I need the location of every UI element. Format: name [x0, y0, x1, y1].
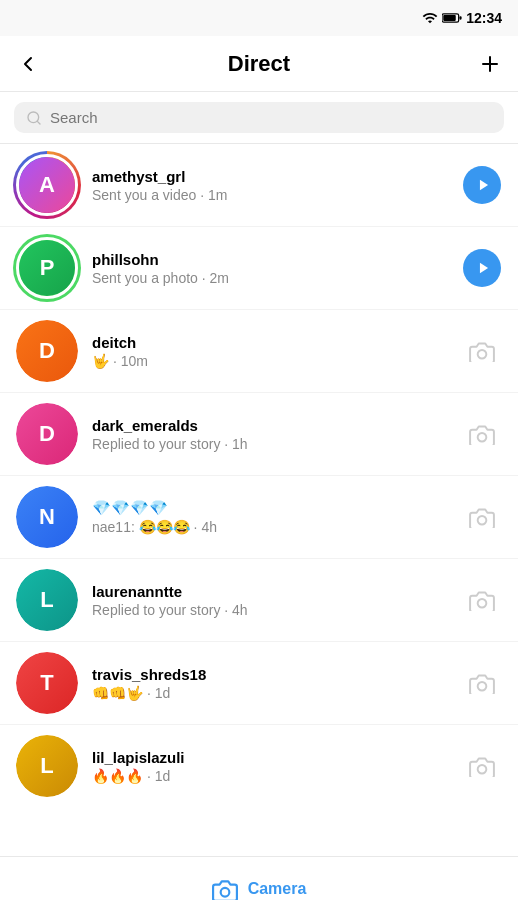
avatar: L [16, 569, 78, 631]
list-item[interactable]: A amethyst_grl Sent you a video · 1m [0, 144, 518, 227]
camera-button[interactable]: Camera [0, 856, 518, 920]
avatar-image: T [16, 652, 78, 714]
camera-action-icon[interactable] [462, 331, 502, 371]
message-content: dark_emeralds Replied to your story · 1h [92, 417, 448, 452]
message-preview: 👊👊🤟 · 1d [92, 685, 448, 701]
camera-action-icon[interactable] [462, 497, 502, 537]
username: laurenanntte [92, 583, 448, 600]
battery-icon [442, 11, 462, 25]
message-preview: Sent you a photo · 2m [92, 270, 448, 286]
camera-label: Camera [248, 880, 307, 898]
username: dark_emeralds [92, 417, 448, 434]
avatar-image: D [16, 320, 78, 382]
message-list: A amethyst_grl Sent you a video · 1m [0, 144, 518, 807]
header: Direct [0, 36, 518, 92]
username: phillsohn [92, 251, 448, 268]
message-preview: nae11: 😂😂😂 · 4h [92, 519, 448, 535]
camera-action-icon[interactable] [462, 580, 502, 620]
message-preview: Replied to your story · 4h [92, 602, 448, 618]
svg-point-10 [478, 433, 487, 442]
message-preview: 🤟 · 10m [92, 353, 448, 369]
message-content: travis_shreds18 👊👊🤟 · 1d [92, 666, 448, 701]
svg-point-12 [478, 599, 487, 608]
list-item[interactable]: D dark_emeralds Replied to your story · … [0, 393, 518, 476]
play-button[interactable] [462, 248, 502, 288]
avatar: P [16, 237, 78, 299]
message-content: laurenanntte Replied to your story · 4h [92, 583, 448, 618]
status-bar: 12:34 [0, 0, 518, 36]
message-preview: Replied to your story · 1h [92, 436, 448, 452]
username: 💎💎💎💎 [92, 499, 448, 517]
status-icons: 12:34 [422, 10, 502, 26]
back-button[interactable] [16, 52, 40, 76]
list-item[interactable]: P phillsohn Sent you a photo · 2m [0, 227, 518, 310]
svg-marker-8 [479, 263, 487, 274]
list-item[interactable]: T travis_shreds18 👊👊🤟 · 1d [0, 642, 518, 725]
message-content: amethyst_grl Sent you a video · 1m [92, 168, 448, 203]
username: amethyst_grl [92, 168, 448, 185]
message-content: deitch 🤟 · 10m [92, 334, 448, 369]
search-input[interactable] [50, 109, 492, 126]
avatar-image: D [16, 403, 78, 465]
svg-point-9 [478, 350, 487, 359]
page-title: Direct [228, 51, 290, 77]
message-content: 💎💎💎💎 nae11: 😂😂😂 · 4h [92, 499, 448, 535]
signal-icon [422, 10, 438, 26]
avatar: A [16, 154, 78, 216]
message-preview: 🔥🔥🔥 · 1d [92, 768, 448, 784]
camera-action-icon[interactable] [462, 746, 502, 786]
svg-point-15 [220, 887, 229, 896]
camera-action-icon[interactable] [462, 663, 502, 703]
message-content: lil_lapislazuli 🔥🔥🔥 · 1d [92, 749, 448, 784]
avatar: D [16, 320, 78, 382]
avatar: L [16, 735, 78, 797]
avatar-image: N [16, 486, 78, 548]
list-item[interactable]: L lil_lapislazuli 🔥🔥🔥 · 1d [0, 725, 518, 807]
avatar-image: A [19, 157, 75, 213]
search-icon [26, 110, 42, 126]
message-preview: Sent you a video · 1m [92, 187, 448, 203]
username: deitch [92, 334, 448, 351]
message-content: phillsohn Sent you a photo · 2m [92, 251, 448, 286]
svg-rect-1 [443, 15, 456, 21]
camera-blue-icon [212, 878, 238, 900]
camera-action-icon[interactable] [462, 414, 502, 454]
svg-point-13 [478, 682, 487, 691]
svg-point-11 [478, 516, 487, 525]
status-time: 12:34 [466, 10, 502, 26]
avatar: T [16, 652, 78, 714]
list-item[interactable]: L laurenanntte Replied to your story · 4… [0, 559, 518, 642]
search-bar [0, 92, 518, 144]
svg-marker-7 [479, 180, 487, 191]
play-button[interactable] [462, 165, 502, 205]
list-item[interactable]: N 💎💎💎💎 nae11: 😂😂😂 · 4h [0, 476, 518, 559]
avatar: N [16, 486, 78, 548]
svg-rect-2 [460, 16, 462, 19]
svg-line-6 [37, 121, 40, 124]
avatar-image: L [16, 569, 78, 631]
add-conversation-button[interactable] [478, 52, 502, 76]
svg-point-14 [478, 765, 487, 774]
avatar-image: P [19, 240, 75, 296]
username: lil_lapislazuli [92, 749, 448, 766]
avatar: D [16, 403, 78, 465]
list-item[interactable]: D deitch 🤟 · 10m [0, 310, 518, 393]
search-input-wrapper[interactable] [14, 102, 504, 133]
username: travis_shreds18 [92, 666, 448, 683]
avatar-image: L [16, 735, 78, 797]
